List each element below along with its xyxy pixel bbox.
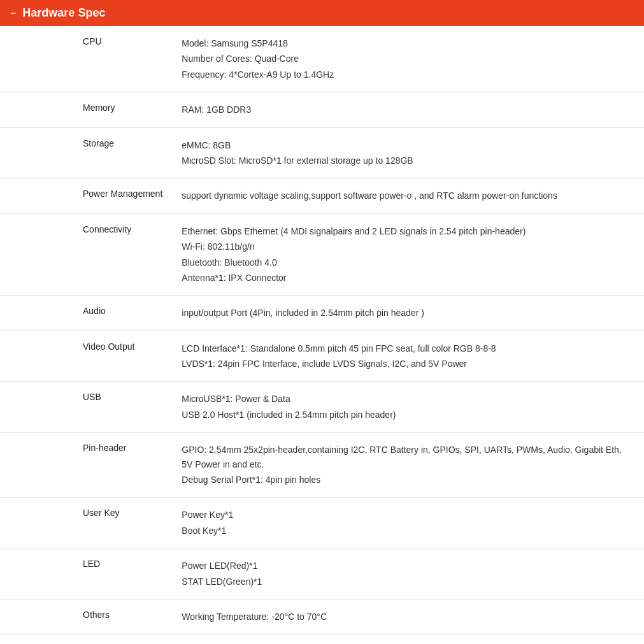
spec-label: Power Management [0,178,175,213]
spec-value: eMMC: 8GBMicroSD Slot: MicroSD*1 for ext… [175,127,644,178]
spec-value-line: GPIO: 2.54mm 25x2pin-header,containing I… [182,443,631,471]
table-row: Audioinput/output Port (4Pin, included i… [0,296,644,331]
spec-value-line: Wi-Fi: 802.11b/g/n [182,240,631,254]
spec-value-line: LVDS*1: 24pin FPC Interface, include LVD… [182,357,631,371]
spec-value: RAM: 1GB DDR3 [175,92,644,127]
spec-value-line: MicroUSB*1: Power & Data [182,392,631,406]
spec-value-line: support dynamic voltage scaling,support … [182,189,631,203]
spec-label: Others [0,599,175,634]
spec-value-line: Power Key*1 [182,508,631,522]
spec-label: Memory [0,92,175,127]
spec-label: Connectivity [0,213,175,296]
page-title: Hardware Spec [22,6,105,20]
table-row: User KeyPower Key*1Boot Key*1 [0,497,644,548]
spec-value-line: Antenna*1: IPX Connector [182,271,631,285]
spec-value-line: MicroSD Slot: MicroSD*1 for external sto… [182,154,631,168]
table-row: LEDPower LED(Red)*1STAT LED(Green)*1 [0,548,644,599]
spec-value-line: Debug Serial Port*1: 4pin pin holes [182,473,631,487]
spec-value: Power Key*1Boot Key*1 [175,497,644,548]
spec-value: GPIO: 2.54mm 25x2pin-header,containing I… [175,433,644,497]
table-row: Video OutputLCD Interface*1: Standalone … [0,331,644,382]
spec-value: input/output Port (4Pin, included in 2.5… [175,296,644,331]
spec-value-line: Number of Cores: Quad-Core [182,52,631,66]
spec-label: Storage [0,127,175,178]
spec-value: MicroUSB*1: Power & DataUSB 2.0 Host*1 (… [175,382,644,433]
table-row: OthersWorking Temperature: -20°C to 70°C [0,599,644,634]
spec-label: USB [0,382,175,433]
spec-value-line: Power LED(Red)*1 [182,559,631,573]
table-row: ConnectivityEthernet: Gbps Ethernet (4 M… [0,213,644,296]
spec-label: Audio [0,296,175,331]
table-row: CPUModel: Samsung S5P4418Number of Cores… [0,26,644,92]
table-row: MemoryRAM: 1GB DDR3 [0,92,644,127]
spec-value-line: STAT LED(Green)*1 [182,575,631,589]
collapse-icon[interactable]: − [10,8,16,19]
spec-value-line: LCD Interface*1: Standalone 0.5mm pitch … [182,341,631,355]
spec-label: User Key [0,497,175,548]
table-row: StorageeMMC: 8GBMicroSD Slot: MicroSD*1 … [0,127,644,178]
spec-value: LCD Interface*1: Standalone 0.5mm pitch … [175,331,644,382]
spec-value-line: USB 2.0 Host*1 (included in 2.54mm pitch… [182,408,631,422]
spec-value-line: RAM: 1GB DDR3 [182,103,631,117]
spec-label: Pin-header [0,433,175,497]
table-row: PowerDC 5V/2A [0,634,644,644]
spec-value-line: Model: Samsung S5P4418 [182,36,631,50]
spec-value-line: Boot Key*1 [182,524,631,538]
spec-value: Working Temperature: -20°C to 70°C [175,599,644,634]
spec-label: LED [0,548,175,599]
spec-value: Ethernet: Gbps Ethernet (4 MDI signalpai… [175,213,644,296]
spec-label: Video Output [0,331,175,382]
spec-value: Power LED(Red)*1STAT LED(Green)*1 [175,548,644,599]
header: − Hardware Spec [0,0,644,26]
spec-label: Power [0,634,175,644]
spec-value-line: eMMC: 8GB [182,138,631,152]
spec-value-line: Frequency: 4*Cortex-A9 Up to 1.4GHz [182,68,631,82]
spec-value-line: Bluetooth: Bluetooth 4.0 [182,255,631,269]
table-row: Power Managementsupport dynamic voltage … [0,178,644,213]
table-row: USBMicroUSB*1: Power & DataUSB 2.0 Host*… [0,382,644,433]
spec-label: CPU [0,26,175,92]
spec-table: CPUModel: Samsung S5P4418Number of Cores… [0,26,644,644]
spec-value-line: input/output Port (4Pin, included in 2.5… [182,306,631,320]
spec-value: support dynamic voltage scaling,support … [175,178,644,213]
spec-value: Model: Samsung S5P4418Number of Cores: Q… [175,26,644,92]
spec-value-line: Working Temperature: -20°C to 70°C [182,610,631,624]
spec-value-line: Ethernet: Gbps Ethernet (4 MDI signalpai… [182,224,631,238]
spec-value: DC 5V/2A [175,634,644,644]
table-row: Pin-headerGPIO: 2.54mm 25x2pin-header,co… [0,433,644,497]
